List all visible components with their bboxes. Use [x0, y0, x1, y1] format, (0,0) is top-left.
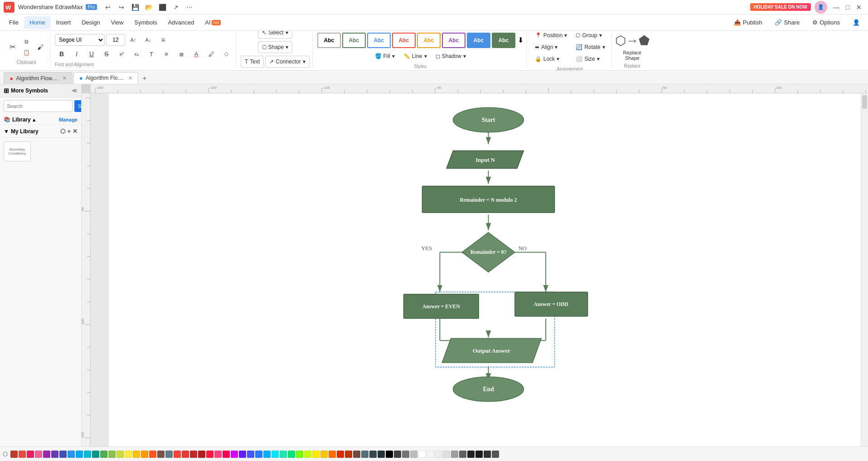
- italic-button[interactable]: I: [70, 48, 83, 60]
- color-swatch[interactable]: [19, 451, 26, 458]
- tab-1-close[interactable]: ✕: [128, 75, 132, 81]
- color-swatch[interactable]: [27, 451, 34, 458]
- color-swatch[interactable]: [492, 451, 499, 458]
- color-swatch[interactable]: [214, 451, 222, 458]
- maximize-button[interactable]: □: [842, 2, 853, 13]
- color-swatch[interactable]: [84, 451, 91, 458]
- menu-insert[interactable]: Insert: [51, 16, 77, 29]
- options-button[interactable]: ⚙ Options: [808, 17, 844, 28]
- bold-button[interactable]: B: [55, 48, 68, 60]
- strikethrough-button[interactable]: S: [100, 48, 113, 60]
- share-file-button[interactable]: ↗: [170, 2, 181, 13]
- font-size-input[interactable]: [106, 34, 125, 46]
- color-swatch[interactable]: [443, 451, 450, 458]
- color-swatch[interactable]: [378, 451, 385, 458]
- color-swatch[interactable]: [353, 451, 360, 458]
- superscript-button[interactable]: x²: [115, 48, 128, 60]
- rotate-button[interactable]: 🔄 Rotate▾: [572, 42, 608, 53]
- color-swatch[interactable]: [402, 451, 409, 458]
- text-button[interactable]: T Text: [241, 56, 264, 68]
- color-swatch[interactable]: [280, 451, 287, 458]
- text-format-button[interactable]: T: [145, 48, 158, 60]
- color-swatch[interactable]: [116, 451, 124, 458]
- connector-button[interactable]: ↗ Connector ▾: [265, 56, 309, 68]
- color-swatch[interactable]: [76, 451, 83, 458]
- color-swatch[interactable]: [484, 451, 491, 458]
- manage-button[interactable]: Manage: [59, 117, 78, 122]
- tab-1[interactable]: ● Algorithm Flo.... ✕: [73, 72, 139, 84]
- menu-design[interactable]: Design: [76, 16, 105, 29]
- more-bullet-button[interactable]: ≣: [175, 48, 188, 60]
- align-button[interactable]: ≡: [156, 34, 170, 46]
- fill-button[interactable]: 🪣 Fill ▾: [371, 51, 398, 62]
- color-swatch[interactable]: [427, 451, 434, 458]
- increase-font-button[interactable]: A↑: [126, 34, 140, 46]
- color-swatch[interactable]: [149, 451, 156, 458]
- more-button[interactable]: ⋯: [184, 2, 195, 13]
- copy-button[interactable]: ⧉: [20, 37, 32, 47]
- account-button[interactable]: 👤: [848, 17, 864, 28]
- vertical-scrollbar[interactable]: [861, 93, 868, 446]
- shape-button[interactable]: ⬡ Shape ▾: [258, 41, 293, 53]
- size-button[interactable]: ⬜ Size▾: [572, 53, 608, 64]
- style-6[interactable]: Abc: [442, 33, 466, 48]
- undo-button[interactable]: ↩: [102, 2, 113, 13]
- color-swatch[interactable]: [312, 451, 320, 458]
- color-swatch[interactable]: [320, 451, 328, 458]
- shadow-button[interactable]: ◻ Shadow ▾: [432, 51, 470, 62]
- redo-button[interactable]: ↪: [116, 2, 127, 13]
- color-swatch[interactable]: [345, 451, 352, 458]
- color-swatch[interactable]: [361, 451, 369, 458]
- menu-symbols[interactable]: Symbols: [129, 16, 163, 29]
- color-swatch[interactable]: [369, 451, 377, 458]
- save-button[interactable]: 💾: [130, 2, 141, 13]
- color-swatch[interactable]: [141, 451, 148, 458]
- align-tool-button[interactable]: ⬌ Align▾: [531, 42, 571, 53]
- style-8[interactable]: Abc: [492, 33, 515, 48]
- color-swatch[interactable]: [337, 451, 344, 458]
- color-swatch[interactable]: [59, 451, 67, 458]
- color-swatch[interactable]: [165, 451, 173, 458]
- color-swatch[interactable]: [100, 451, 107, 458]
- color-swatch[interactable]: [475, 451, 483, 458]
- color-swatch[interactable]: [247, 451, 254, 458]
- no-fill-icon[interactable]: ⬡: [3, 451, 8, 457]
- replace-shape-button[interactable]: ⬡→⬟ Replace Shape: [616, 33, 648, 61]
- color-swatch[interactable]: [304, 451, 311, 458]
- color-swatch[interactable]: [108, 451, 116, 458]
- decrease-font-button[interactable]: A↓: [141, 34, 155, 46]
- paste-button[interactable]: 📋: [20, 48, 32, 58]
- color-swatch[interactable]: [459, 451, 466, 458]
- color-swatch[interactable]: [272, 451, 279, 458]
- tab-0-close[interactable]: ✕: [63, 75, 67, 81]
- lib-thumbnail[interactable]: BoundaryConditions: [4, 141, 31, 161]
- color-swatch[interactable]: [198, 451, 205, 458]
- color-swatch[interactable]: [182, 451, 189, 458]
- menu-file[interactable]: File: [4, 16, 24, 29]
- holiday-sale-button[interactable]: HOLIDAY SALE ON NOW: [750, 3, 811, 11]
- color-swatch[interactable]: [174, 451, 181, 458]
- color-swatch[interactable]: [231, 451, 238, 458]
- expand-font-button[interactable]: ⬡: [219, 48, 233, 60]
- style-7[interactable]: Abc: [467, 33, 490, 48]
- group-button[interactable]: ⬡ Group▾: [572, 31, 608, 41]
- color-swatch[interactable]: [296, 451, 303, 458]
- share-button[interactable]: 🔗 Share: [770, 17, 804, 28]
- user-avatar[interactable]: 👤: [815, 1, 827, 14]
- font-family-select[interactable]: Segoe UI: [55, 34, 105, 46]
- style-3[interactable]: Abc: [367, 33, 391, 48]
- color-swatch[interactable]: [206, 451, 213, 458]
- color-swatch[interactable]: [263, 451, 271, 458]
- color-swatch[interactable]: [133, 451, 140, 458]
- font-color-button[interactable]: A: [189, 48, 203, 60]
- color-swatch[interactable]: [35, 451, 42, 458]
- menu-advanced[interactable]: Advanced: [162, 16, 199, 29]
- subscript-button[interactable]: x₂: [130, 48, 143, 60]
- close-button[interactable]: ✕: [853, 2, 864, 13]
- search-input[interactable]: [4, 100, 73, 112]
- color-swatch[interactable]: [386, 451, 393, 458]
- menu-ai[interactable]: AI hot: [199, 16, 226, 29]
- color-swatch[interactable]: [329, 451, 336, 458]
- select-button[interactable]: ↖ Select ▾: [258, 31, 292, 39]
- my-library-export-button[interactable]: ⬡: [60, 128, 65, 135]
